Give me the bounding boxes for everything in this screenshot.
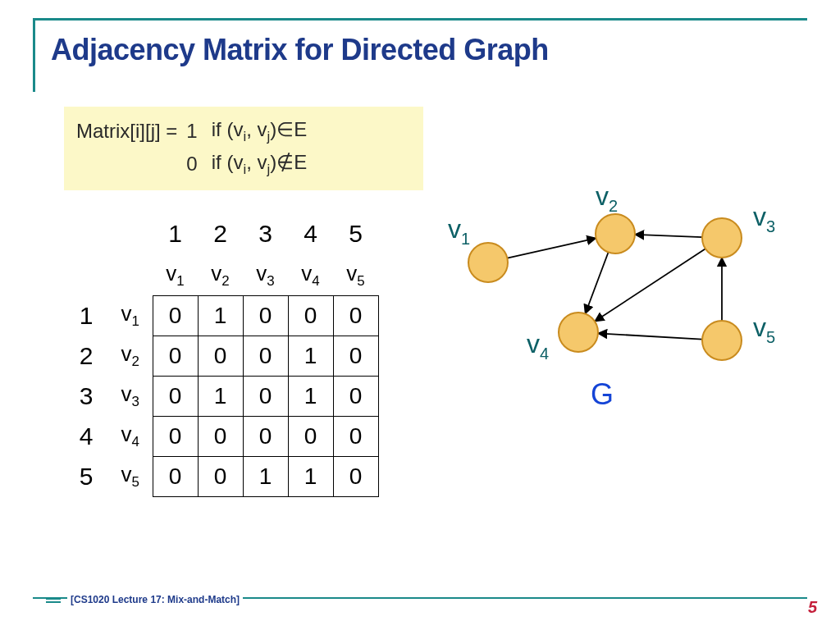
def-lhs: Matrix[i][j] = <box>75 115 185 148</box>
matrix-cell: 0 <box>333 336 378 377</box>
col-number: 5 <box>333 212 378 256</box>
matrix-cell: 0 <box>333 457 378 497</box>
matrix-cell: 0 <box>333 296 378 336</box>
matrix-cell: 0 <box>153 296 198 336</box>
node-label-v4: v4 <box>527 329 549 363</box>
edge-v3-v4 <box>595 249 705 322</box>
def-cond1: if (vi, vj)∈E <box>211 115 308 148</box>
col-header: v4 <box>288 256 333 296</box>
directed-graph: v1v2v3v4v5 <box>427 180 820 427</box>
def-cond0: if (vi, vj)∉E <box>211 148 308 180</box>
node-label-v3: v3 <box>753 202 775 235</box>
matrix-cell: 0 <box>288 296 333 336</box>
node-v4 <box>559 313 598 352</box>
edge-v2-v4 <box>585 252 608 313</box>
node-v1 <box>468 243 508 282</box>
col-number: 3 <box>243 212 288 256</box>
col-header: v1 <box>153 256 198 296</box>
matrix-cell: 0 <box>153 457 198 497</box>
row-number: 5 <box>64 457 108 497</box>
row-number: 2 <box>64 336 108 377</box>
matrix-cell: 0 <box>153 417 198 457</box>
row-header: v1 <box>108 296 153 336</box>
graph-label: G <box>591 377 614 412</box>
page-title: Adjacency Matrix for Directed Graph <box>51 33 549 67</box>
row-header: v3 <box>108 377 153 417</box>
node-v2 <box>596 214 635 253</box>
edge-v5-v4 <box>598 333 702 339</box>
matrix-cell: 0 <box>333 377 378 417</box>
matrix-cell: 0 <box>153 377 198 417</box>
node-label-v1: v1 <box>448 214 470 248</box>
footer-text: [CS1020 Lecture 17: Mix-and-Match] <box>67 594 243 605</box>
matrix-cell: 0 <box>153 336 198 377</box>
col-header: v2 <box>198 256 243 296</box>
matrix-cell: 0 <box>243 417 288 457</box>
matrix-cell: 1 <box>243 457 288 497</box>
slide-left-border <box>33 18 35 92</box>
edge-v1-v2 <box>507 238 596 258</box>
col-number: 1 <box>153 212 198 256</box>
row-number: 3 <box>64 377 108 417</box>
edge-v3-v2 <box>635 235 702 237</box>
row-header: v4 <box>108 417 153 457</box>
row-number: 1 <box>64 296 108 336</box>
node-label-v5: v5 <box>753 313 775 346</box>
matrix-cell: 0 <box>243 296 288 336</box>
col-header: v5 <box>333 256 378 296</box>
matrix-cell: 0 <box>198 417 243 457</box>
footer-tick-icon <box>46 601 61 603</box>
matrix-cell: 0 <box>198 457 243 497</box>
node-v5 <box>702 321 742 360</box>
matrix-cell: 1 <box>198 377 243 417</box>
matrix-cell: 1 <box>288 377 333 417</box>
col-number: 2 <box>198 212 243 256</box>
definition-box: Matrix[i][j] = 1 if (vi, vj)∈E 0 if (vi,… <box>64 107 423 190</box>
adjacency-matrix: 12345v1v2v3v4v51v1010002v2000103v3010104… <box>64 212 379 497</box>
node-v3 <box>702 218 742 258</box>
row-number: 4 <box>64 417 108 457</box>
node-label-v2: v2 <box>596 181 618 215</box>
matrix-cell: 1 <box>288 457 333 497</box>
page-number: 5 <box>808 598 817 617</box>
matrix-cell: 0 <box>333 417 378 457</box>
row-header: v2 <box>108 336 153 377</box>
matrix-cell: 0 <box>288 417 333 457</box>
slide-top-border <box>33 18 807 21</box>
matrix-cell: 0 <box>198 336 243 377</box>
def-val0: 0 <box>185 148 210 180</box>
matrix-cell: 1 <box>288 336 333 377</box>
col-header: v3 <box>243 256 288 296</box>
matrix-cell: 0 <box>243 377 288 417</box>
matrix-cell: 1 <box>198 296 243 336</box>
row-header: v5 <box>108 457 153 497</box>
col-number: 4 <box>288 212 333 256</box>
matrix-cell: 0 <box>243 336 288 377</box>
def-val1: 1 <box>185 115 210 148</box>
